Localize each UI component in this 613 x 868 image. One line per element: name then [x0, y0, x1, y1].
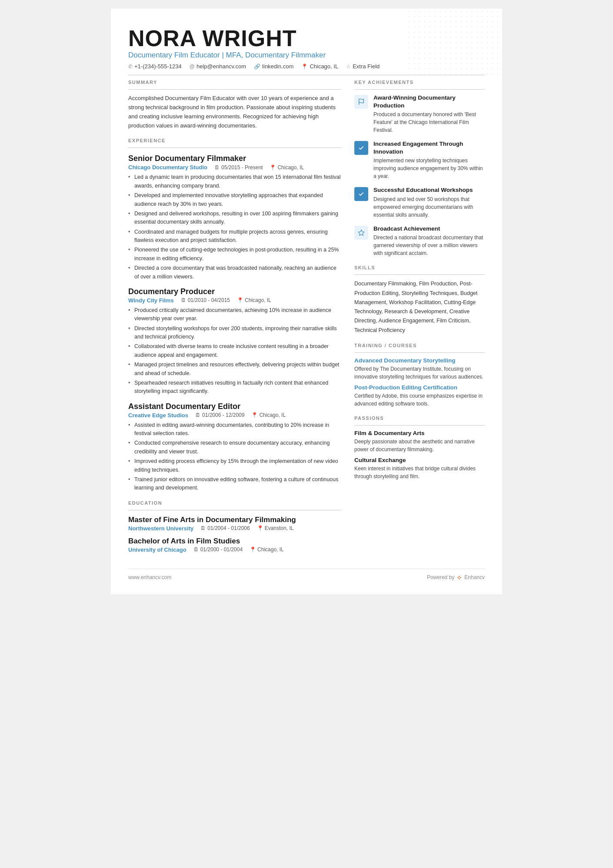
- job-meta-1: Chicago Documentary Studio 🗓 05/2015 - P…: [128, 164, 341, 171]
- job-bullets-1: Led a dynamic team in producing document…: [128, 173, 341, 281]
- achievement-title-1: Increased Engagement Through Innovation: [373, 140, 485, 155]
- candidate-title: Documentary Film Educator | MFA, Documen…: [128, 51, 485, 60]
- achievement-content-1: Increased Engagement Through Innovation …: [373, 140, 485, 180]
- left-column: SUMMARY Accomplished Documentary Film Ed…: [128, 80, 341, 555]
- bullet-3-2: Improved editing process efficiency by 1…: [128, 457, 341, 474]
- skills-label: SKILLS: [354, 265, 485, 270]
- course-title-1: Post-Production Editing Certification: [354, 384, 485, 391]
- resume-page: NORA WRIGHT Documentary Film Educator | …: [111, 9, 502, 594]
- summary-text: Accomplished Documentary Film Educator w…: [128, 94, 341, 130]
- skills-text: Documentary Filmmaking, Film Production,…: [354, 279, 485, 335]
- edu-dates-1: 🗓 01/2004 - 01/2006: [200, 525, 250, 531]
- bullet-1-4: Pioneered the use of cutting-edge techno…: [128, 246, 341, 263]
- pin-icon-2: 📍: [237, 297, 243, 303]
- bullet-3-1: Conducted comprehensive research to ensu…: [128, 439, 341, 456]
- pin-icon-edu1: 📍: [257, 525, 263, 531]
- skills-divider: [354, 275, 485, 275]
- bullet-2-1: Directed storytelling workshops for over…: [128, 325, 341, 342]
- bullet-2-0: Produced critically acclaimed documentar…: [128, 306, 341, 323]
- linkedin-value: linkedin.com: [262, 63, 293, 70]
- calendar-icon-3: 🗓: [195, 412, 200, 418]
- edu-meta-1: Northwestern University 🗓 01/2004 - 01/2…: [128, 525, 341, 532]
- email-value: help@enhancv.com: [197, 63, 246, 70]
- calendar-icon-1: 🗓: [214, 164, 220, 171]
- edu-location-1: 📍 Evanston, IL: [257, 525, 294, 531]
- course-desc-1: Certified by Adobe, this course emphasiz…: [354, 392, 485, 408]
- bullet-1-5: Directed a core documentary that was bro…: [128, 264, 341, 281]
- linkedin-item: 🔗 linkedin.com: [254, 63, 293, 70]
- job-location-3: 📍 Chicago, IL: [251, 412, 286, 418]
- achievement-icon-1: [354, 141, 368, 155]
- email-item: @ help@enhancv.com: [190, 63, 246, 70]
- achievement-item-3: Broadcast Achievement Directed a nationa…: [354, 225, 485, 258]
- main-content: SUMMARY Accomplished Documentary Film Ed…: [128, 80, 485, 555]
- employer-2: Windy City Films: [128, 297, 174, 304]
- achievement-desc-0: Produced a documentary honored with 'Bes…: [373, 111, 485, 134]
- achievement-desc-2: Designed and led over 50 workshops that …: [373, 195, 485, 219]
- enhancv-logo-icon: ⟡: [457, 573, 462, 581]
- employer-1: Chicago Documentary Studio: [128, 164, 207, 171]
- summary-divider: [128, 89, 341, 90]
- pin-icon-1: 📍: [270, 164, 276, 171]
- bullet-1-0: Led a dynamic team in producing document…: [128, 173, 341, 190]
- contact-row: ✆ +1-(234)-555-1234 @ help@enhancv.com 🔗…: [128, 63, 485, 70]
- location-icon: 📍: [301, 64, 308, 70]
- phone-item: ✆ +1-(234)-555-1234: [128, 63, 182, 70]
- bullet-2-3: Managed project timelines and resources …: [128, 361, 341, 378]
- passion-desc-1: Keen interest in initiatives that bridge…: [354, 465, 485, 480]
- bullet-2-2: Collaborated with diverse teams to creat…: [128, 342, 341, 359]
- extra-item: ☆ Extra Field: [346, 63, 380, 70]
- achievement-content-3: Broadcast Achievement Directed a nationa…: [373, 225, 485, 258]
- pin-icon-3: 📍: [251, 412, 258, 418]
- achievement-item-0: Award-Winning Documentary Production Pro…: [354, 94, 485, 134]
- degree-1: Master of Fine Arts in Documentary Filmm…: [128, 516, 341, 524]
- link-icon: 🔗: [254, 64, 260, 70]
- pin-icon-edu2: 📍: [250, 546, 256, 553]
- calendar-icon-2: 🗓: [181, 297, 186, 303]
- achievement-title-0: Award-Winning Documentary Production: [373, 94, 485, 109]
- job-dates-1: 🗓 05/2015 - Present: [214, 164, 263, 171]
- edu-dates-2: 🗓 01/2000 - 01/2004: [193, 546, 243, 553]
- star-icon: ☆: [346, 64, 351, 70]
- job-dates-2: 🗓 01/2010 - 04/2015: [181, 297, 230, 303]
- achievement-desc-3: Directed a national broadcast documentar…: [373, 234, 485, 257]
- calendar-icon-edu2: 🗓: [193, 546, 199, 553]
- bullet-3-0: Assisted in editing award-winning docume…: [128, 421, 341, 438]
- employer-3: Creative Edge Studios: [128, 412, 188, 419]
- powered-by-label: Powered by: [427, 574, 454, 580]
- email-icon: @: [190, 64, 195, 70]
- footer-website: www.enhancv.com: [128, 574, 171, 580]
- footer: www.enhancv.com Powered by ⟡ Enhancv: [128, 569, 485, 581]
- location-item: 📍 Chicago, IL: [301, 63, 338, 70]
- phone-icon: ✆: [128, 64, 133, 70]
- job-meta-2: Windy City Films 🗓 01/2010 - 04/2015 📍 C…: [128, 297, 341, 304]
- achievement-desc-1: Implemented new storytelling techniques …: [373, 157, 485, 180]
- passions-divider: [354, 425, 485, 426]
- achievement-icon-2: [354, 187, 368, 201]
- header: NORA WRIGHT Documentary Film Educator | …: [128, 26, 485, 70]
- right-column: KEY ACHIEVEMENTS Award-Winning Documenta…: [354, 80, 485, 555]
- bullet-1-3: Coordinated and managed budgets for mult…: [128, 228, 341, 245]
- edu-location-2: 📍 Chicago, IL: [250, 546, 284, 553]
- bullet-1-1: Developed and implemented innovative sto…: [128, 191, 341, 208]
- bullet-2-4: Spearheaded research initiatives resulti…: [128, 379, 341, 396]
- achievement-item-2: Successful Educational Workshops Designe…: [354, 186, 485, 219]
- education-divider: [128, 510, 341, 510]
- school-2: University of Chicago: [128, 546, 187, 553]
- training-label: TRAINING / COURSES: [354, 343, 485, 348]
- experience-divider: [128, 147, 341, 148]
- passion-desc-0: Deeply passionate about the aesthetic an…: [354, 438, 485, 453]
- training-divider: [354, 352, 485, 353]
- passion-title-0: Film & Documentary Arts: [354, 430, 485, 436]
- job-location-2: 📍 Chicago, IL: [237, 297, 271, 303]
- achievement-content-2: Successful Educational Workshops Designe…: [373, 186, 485, 219]
- degree-2: Bachelor of Arts in Film Studies: [128, 537, 341, 546]
- candidate-name: NORA WRIGHT: [128, 26, 485, 51]
- summary-label: SUMMARY: [128, 80, 341, 85]
- achievement-icon-3: [354, 226, 368, 240]
- achievements-divider: [354, 89, 485, 90]
- job-bullets-3: Assisted in editing award-winning docume…: [128, 421, 341, 493]
- job-title-1: Senior Documentary Filmmaker: [128, 154, 341, 163]
- bullet-3-3: Trained junior editors on innovative edi…: [128, 476, 341, 493]
- extra-value: Extra Field: [353, 63, 380, 70]
